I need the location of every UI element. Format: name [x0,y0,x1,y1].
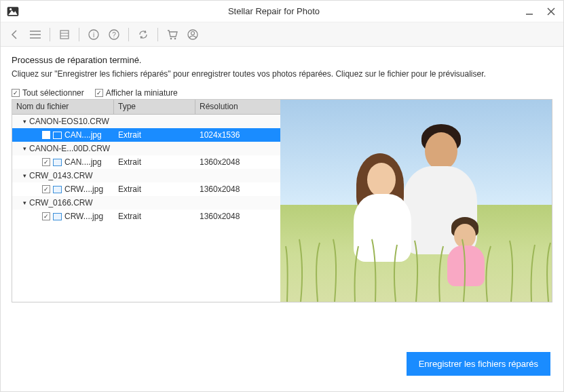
group-name: CANON-E...00D.CRW [29,144,110,153]
checkbox-icon: ✓ [95,89,103,97]
separator [157,28,158,41]
image-file-icon [53,186,62,193]
page-subtext: Cliquez sur "Enregistrer les fichiers ré… [12,68,552,80]
file-list-panel: Nom du fichier Type Résolution ▾CANON-EO… [12,100,280,302]
file-row[interactable]: ✓CAN....jpgExtrait1360x2048 [12,155,280,169]
svg-point-19 [191,31,195,35]
page-heading: Processus de réparation terminé. [12,55,552,65]
file-name: CRW....jpg [64,184,103,194]
file-type: Extrait [114,130,195,140]
row-checkbox[interactable]: ✓ [42,158,50,166]
content-area: Processus de réparation terminé. Cliquez… [1,47,563,302]
row-checkbox[interactable]: ✓ [42,212,50,220]
svg-rect-9 [60,31,69,39]
table-header: Nom du fichier Type Résolution [12,100,280,115]
app-logo-icon [6,5,20,18]
file-res: 1360x2048 [195,157,280,167]
image-file-icon [53,159,62,166]
separator [128,28,129,41]
row-checkbox[interactable]: ✓ [42,131,50,139]
select-all-label: Tout sélectionner [22,88,84,98]
file-name: CAN....jpg [64,157,102,167]
col-res[interactable]: Résolution [195,100,280,114]
svg-text:?: ? [112,31,116,39]
chevron-down-icon: ▾ [23,145,26,152]
file-rows[interactable]: ▾CANON-EOS10.CRW✓CAN....jpgExtrait1024x1… [12,115,280,302]
svg-point-16 [170,37,172,39]
file-type: Extrait [114,212,195,221]
window-controls [523,5,558,18]
main-area: Nom du fichier Type Résolution ▾CANON-EO… [12,99,552,302]
info-button[interactable]: i [85,26,102,43]
cart-button[interactable] [164,26,181,43]
file-name: CRW....jpg [64,212,103,221]
save-repaired-button[interactable]: Enregistrer les fichiers réparés [407,352,550,376]
group-row[interactable]: ▾CANON-EOS10.CRW [12,115,280,128]
row-checkbox[interactable]: ✓ [42,185,50,193]
preview-panel [280,100,552,302]
options-row: ✓ Tout sélectionner ✓ Afficher la miniat… [12,88,552,98]
select-all-checkbox[interactable]: ✓ Tout sélectionner [12,88,84,98]
show-thumb-label: Afficher la miniature [106,88,178,98]
group-name: CANON-EOS10.CRW [29,117,109,126]
file-name: CAN....jpg [64,130,102,140]
group-row[interactable]: ▾CRW_0143.CRW [12,169,280,182]
file-row[interactable]: ✓CRW....jpgExtrait1360x2048 [12,182,280,196]
back-button[interactable] [6,26,24,43]
show-thumb-checkbox[interactable]: ✓ Afficher la miniature [95,88,178,98]
file-type: Extrait [114,157,195,167]
user-button[interactable] [184,26,202,43]
file-res: 1360x2048 [195,212,280,221]
svg-text:i: i [93,31,94,39]
checkbox-icon: ✓ [12,89,20,97]
separator [50,28,50,41]
minimize-button[interactable] [523,5,536,18]
col-name[interactable]: Nom du fichier [12,100,114,114]
group-row[interactable]: ▾CANON-E...00D.CRW [12,142,280,155]
list-button[interactable] [56,26,73,43]
image-file-icon [53,213,62,220]
col-type[interactable]: Type [114,100,195,114]
titlebar: Stellar Repair for Photo [1,1,563,22]
file-type: Extrait [114,184,195,194]
menu-button[interactable] [26,26,44,43]
group-row[interactable]: ▾CRW_0166.CRW [12,196,280,210]
image-file-icon [53,132,62,139]
file-res: 1024x1536 [195,130,280,140]
close-button[interactable] [544,5,558,18]
svg-point-17 [174,37,176,39]
toolbar: i ? [1,22,563,47]
app-title: Stellar Repair for Photo [25,6,523,16]
footer: Enregistrer les fichiers réparés [407,352,550,376]
chevron-down-icon: ▾ [23,199,26,206]
chevron-down-icon: ▾ [23,118,26,125]
group-name: CRW_0166.CRW [29,198,93,208]
separator [79,28,79,41]
help-button[interactable]: ? [105,26,123,43]
group-name: CRW_0143.CRW [29,171,93,180]
file-row[interactable]: ✓CAN....jpgExtrait1024x1536 [12,128,280,142]
refresh-button[interactable] [134,26,152,43]
svg-point-2 [10,8,12,10]
file-res: 1360x2048 [195,184,280,194]
file-row[interactable]: ✓CRW....jpgExtrait1360x2048 [12,210,280,223]
chevron-down-icon: ▾ [23,172,26,179]
